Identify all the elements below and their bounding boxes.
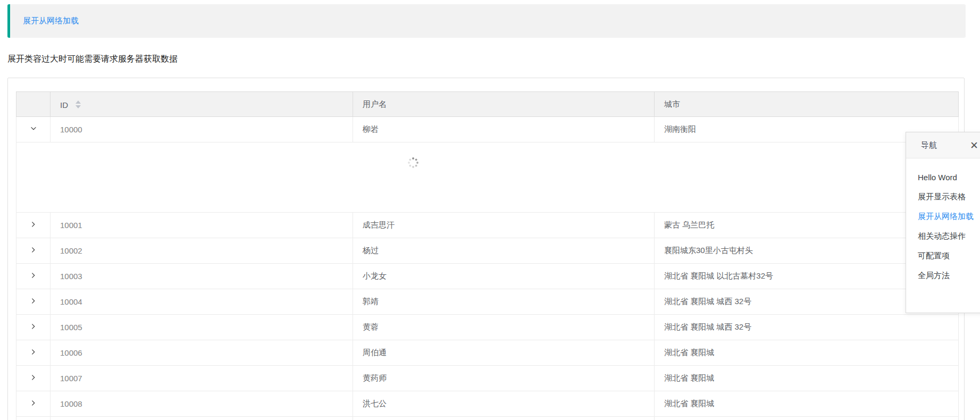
table-row: 10001成吉思汗蒙古 乌兰巴托 xyxy=(16,213,959,238)
column-header-id[interactable]: ID xyxy=(51,92,353,117)
chevron-right-icon[interactable] xyxy=(30,272,37,279)
cell-username: 杨过 xyxy=(353,238,655,264)
cell-id: 10006 xyxy=(51,340,353,366)
cell-username: 成吉思汗 xyxy=(353,213,655,238)
nav-panel-header: 导航 ✕ xyxy=(906,132,980,158)
nav-list: Hello Word展开显示表格展开从网络加载相关动态操作可配置项全局方法 xyxy=(906,158,980,285)
table-row: 10005黄蓉湖北省 襄阳城 城西 32号 xyxy=(16,315,959,340)
section-title-bar: 展开从网络加载 xyxy=(7,4,966,38)
table-row: 10002杨过襄阳城东30里小古屯村头 xyxy=(16,238,959,264)
table-row: 10003小龙女湖北省 襄阳城 以北古墓村32号 xyxy=(16,264,959,289)
section-title-link[interactable]: 展开从网络加载 xyxy=(23,16,79,26)
nav-item-6[interactable]: 全局方法 xyxy=(906,266,980,285)
cell-username: 洪七公 xyxy=(353,391,655,417)
cell-username: 周伯通 xyxy=(353,340,655,366)
column-header-username: 用户名 xyxy=(353,92,655,117)
cell-city: 湖北省 襄阳城 xyxy=(655,366,959,391)
cell-city: 湖北省 襄阳城 城西 32号 xyxy=(655,315,959,340)
cell-id: 10004 xyxy=(51,289,353,315)
expand-cell[interactable] xyxy=(16,340,51,366)
cell-id: 10000 xyxy=(51,117,353,142)
column-header-id-label: ID xyxy=(60,100,68,109)
chevron-right-icon[interactable] xyxy=(30,246,37,254)
table-row: 10004郭靖湖北省 襄阳城 城西 32号 xyxy=(16,289,959,315)
expand-cell[interactable] xyxy=(16,366,51,391)
expand-cell[interactable] xyxy=(16,213,51,238)
caret-up-icon[interactable] xyxy=(76,100,81,104)
demo-container: ID 用户名 城市 10000柳岩湖南衡阳10001成吉思汗蒙古 乌兰巴托100… xyxy=(7,78,965,420)
cell-id: 10001 xyxy=(51,213,353,238)
loading-spinner xyxy=(407,157,419,169)
cell-city: 湖北省 襄阳城 xyxy=(655,340,959,366)
cell-id: 10002 xyxy=(51,238,353,264)
chevron-right-icon[interactable] xyxy=(30,348,37,356)
nav-panel-title: 导航 xyxy=(921,140,937,150)
user-table: ID 用户名 城市 10000柳岩湖南衡阳10001成吉思汗蒙古 乌兰巴托100… xyxy=(16,91,959,420)
close-icon[interactable]: ✕ xyxy=(970,140,978,150)
table-row xyxy=(16,417,959,420)
chevron-right-icon[interactable] xyxy=(30,221,37,228)
table-header-row: ID 用户名 城市 xyxy=(16,92,959,117)
expand-cell[interactable] xyxy=(16,264,51,289)
cell-username: 小龙女 xyxy=(353,264,655,289)
cell-id: 10007 xyxy=(51,366,353,391)
table-row: 10007黄药师湖北省 襄阳城 xyxy=(16,366,959,391)
chevron-right-icon[interactable] xyxy=(30,374,37,381)
cell-city: 湖北省 襄阳城 xyxy=(655,391,959,417)
chevron-down-icon[interactable] xyxy=(30,125,37,132)
cell-username: 柳岩 xyxy=(353,117,655,142)
cell-username: 黄药师 xyxy=(353,366,655,391)
nav-item-1[interactable]: Hello Word xyxy=(906,167,980,187)
table-body: 10000柳岩湖南衡阳10001成吉思汗蒙古 乌兰巴托10002杨过襄阳城东30… xyxy=(16,117,959,420)
cell-id: 10003 xyxy=(51,264,353,289)
table-row: 10000柳岩湖南衡阳 xyxy=(16,117,959,142)
expand-cell[interactable] xyxy=(16,238,51,264)
nav-item-3[interactable]: 展开从网络加载 xyxy=(906,207,980,226)
demo-description: 展开类容过大时可能需要请求服务器获取数据 xyxy=(7,53,178,64)
chevron-right-icon[interactable] xyxy=(30,297,37,305)
chevron-right-icon[interactable] xyxy=(30,399,37,407)
expand-cell[interactable] xyxy=(16,391,51,417)
sort-icon[interactable] xyxy=(76,100,81,108)
expand-cell[interactable] xyxy=(16,289,51,315)
nav-panel: 导航 ✕ Hello Word展开显示表格展开从网络加载相关动态操作可配置项全局… xyxy=(906,132,980,313)
table-row: 10006周伯通湖北省 襄阳城 xyxy=(16,340,959,366)
expand-cell[interactable] xyxy=(16,117,51,142)
nav-item-5[interactable]: 可配置项 xyxy=(906,246,980,266)
cell-username: 郭靖 xyxy=(353,289,655,315)
chevron-right-icon[interactable] xyxy=(30,323,37,330)
cell-username: 黄蓉 xyxy=(353,315,655,340)
expanded-row xyxy=(16,142,959,213)
expand-column-header xyxy=(16,92,51,117)
expanded-loading-area xyxy=(16,142,959,213)
caret-down-icon[interactable] xyxy=(76,105,81,108)
column-header-city: 城市 xyxy=(655,92,959,117)
expand-cell[interactable] xyxy=(16,315,51,340)
table-row: 10008洪七公湖北省 襄阳城 xyxy=(16,391,959,417)
cell-id: 10008 xyxy=(51,391,353,417)
nav-item-4[interactable]: 相关动态操作 xyxy=(906,226,980,246)
cell-id: 10005 xyxy=(51,315,353,340)
nav-item-2[interactable]: 展开显示表格 xyxy=(906,187,980,207)
